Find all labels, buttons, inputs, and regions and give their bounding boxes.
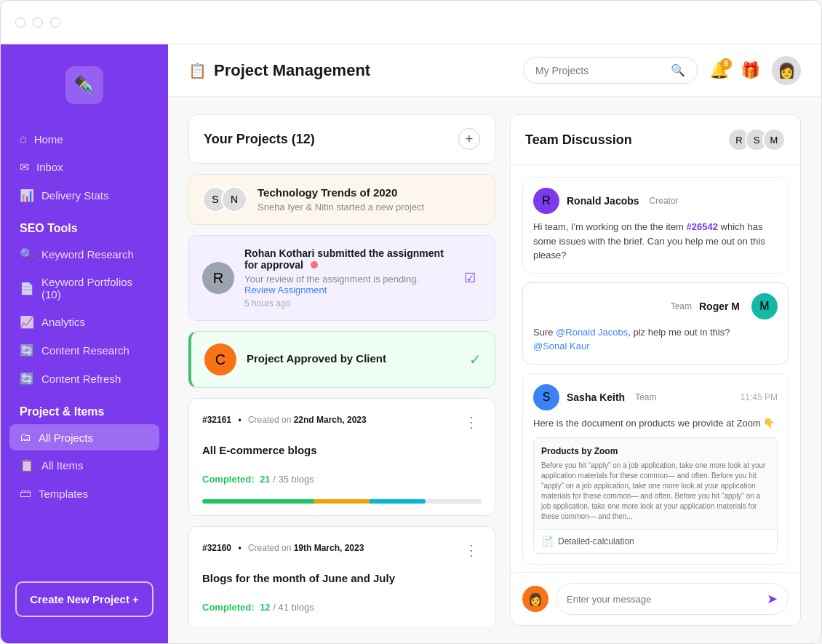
search-input[interactable] [535, 65, 665, 76]
sidebar-item-analytics[interactable]: 📈 Analytics [9, 309, 159, 335]
notification-badge: 8 [720, 58, 732, 70]
card-content: Technology Trends of 2020 Sneha Iyer & N… [258, 186, 482, 212]
templates-icon: 🗃 [20, 487, 31, 500]
sidebar: ✒️ ⌂ Home ✉ Inbox 📊 Delivery Stats SEO T… [1, 44, 168, 643]
msg-role-2: Team [671, 301, 692, 311]
card-title: All E-commerce blogs [202, 444, 317, 456]
portfolio-icon: 📄 [20, 282, 34, 295]
check-icon: ✓ [469, 351, 482, 368]
gift-icon[interactable]: 🎁 [741, 61, 760, 80]
mention-sonal: @Sonal Kaur [533, 341, 590, 351]
card-title: Blogs for the month of June and July [202, 572, 395, 584]
card-title: Project Approved by Client [247, 352, 459, 365]
projects-panel: Your Projects (12) + S N Technology Tren… [188, 114, 495, 626]
sidebar-item-delivery-stats[interactable]: 📊 Delivery Stats [9, 182, 159, 209]
completed-count: Completed: [202, 474, 255, 485]
send-button[interactable]: ➤ [767, 591, 778, 607]
traffic-light-maximize[interactable] [50, 17, 60, 28]
total-number: 35 [278, 474, 288, 485]
approve-action-button[interactable]: ☑ [458, 266, 482, 290]
msg-text-2: Sure @Ronald Jacobs, plz help me out in … [533, 325, 778, 354]
sidebar-item-content-refresh[interactable]: 🔄 Content Refresh [9, 365, 159, 392]
inbox-icon: ✉ [20, 160, 29, 174]
analytics-icon: 📈 [20, 315, 34, 329]
content-research-icon: 🔄 [20, 343, 34, 357]
project-card-approved: C Project Approved by Client ✓ [188, 331, 495, 388]
sidebar-item-label: All Projects [39, 432, 93, 444]
doc-attachment: Products by Zoom Before you hit "apply" … [533, 437, 778, 554]
sidebar-item-inbox[interactable]: ✉ Inbox [9, 154, 159, 180]
item-link[interactable]: #26542 [687, 221, 718, 232]
avatar-nitin: N [221, 186, 247, 212]
app-body: ✒️ ⌂ Home ✉ Inbox 📊 Delivery Stats SEO T… [1, 44, 821, 643]
card-content: Project Approved by Client [247, 352, 459, 367]
all-items-icon: 📋 [20, 458, 34, 472]
msg-time-3: 11:45 PM [741, 392, 778, 402]
msg-header-2: M Roger M Team [533, 293, 778, 319]
page-title-icon: 📋 [188, 62, 207, 79]
project-card-tech-trends: S N Technology Trends of 2020 Sneha Iyer… [188, 174, 495, 225]
project-card-rohan-approval: R Rohan Kothari submitted the assignment… [188, 235, 495, 321]
traffic-light-close[interactable] [15, 17, 25, 28]
notification-button[interactable]: 🔔 8 [709, 61, 729, 80]
sidebar-item-label: Content Refresh [41, 373, 121, 385]
input-avatar: 👩 [522, 586, 548, 612]
sidebar-seo-nav: 🔍 Keyword Research 📄 Keyword Portfolios … [1, 241, 168, 392]
user-avatar[interactable]: 👩 [772, 56, 801, 85]
sidebar-projects-nav: 🗂 All Projects 📋 All Items 🗃 Templates [1, 424, 168, 506]
sidebar-item-all-projects[interactable]: 🗂 All Projects [9, 424, 159, 450]
sidebar-item-keyword-research[interactable]: 🔍 Keyword Research [9, 241, 159, 268]
app-logo-icon: ✒️ [65, 66, 103, 104]
doc-footer: 📄 Detailed-calculation [534, 529, 777, 553]
sidebar-item-label: Keyword Portfolios (10) [41, 276, 149, 301]
keyword-icon: 🔍 [20, 247, 34, 261]
search-bar[interactable]: 🔍 [523, 57, 698, 84]
home-icon: ⌂ [20, 132, 27, 146]
review-assignment-link[interactable]: Review Assignment [244, 285, 327, 295]
card-id: #32161 • Created on 22nd March, 2023 [202, 415, 367, 425]
sidebar-item-templates[interactable]: 🗃 Templates [9, 480, 159, 506]
card-content: Rohan Kothari submitted the assignment f… [244, 247, 448, 309]
sidebar-item-content-research[interactable]: 🔄 Content Research [9, 337, 159, 364]
completed-number: 12 [260, 602, 270, 613]
card-subtitle: Sneha Iyer & Nitin started a new project [258, 202, 482, 212]
sidebar-item-label: Delivery Stats [41, 189, 109, 202]
sidebar-item-home[interactable]: ⌂ Home [9, 126, 159, 152]
sidebar-item-label: Templates [39, 488, 88, 500]
card-title: Technology Trends of 2020 [258, 186, 482, 199]
msg-name-2: Roger M [699, 301, 740, 312]
completed-number: 21 [260, 474, 270, 485]
content-refresh-icon: 🔄 [20, 372, 34, 386]
card-subtitle: Your review of the assignment is pending… [244, 274, 448, 295]
card-title: Rohan Kothari submitted the assignment f… [244, 247, 448, 271]
card-menu-button[interactable]: ⋮ [461, 538, 482, 562]
message-input[interactable] [567, 594, 767, 605]
traffic-light-minimize[interactable] [33, 17, 43, 28]
msg-name-3: Sasha Keith [567, 391, 625, 403]
seo-section-title: SEO Tools [1, 209, 168, 241]
doc-file-icon: 📄 [541, 536, 554, 547]
completed-label: Completed: [202, 602, 255, 613]
sidebar-item-all-items[interactable]: 📋 All Items [9, 452, 159, 479]
progress-green [202, 499, 314, 504]
project-card-ecommerce: #32161 • Created on 22nd March, 2023 ⋮ A… [188, 398, 495, 516]
create-new-project-button[interactable]: Create New Project + [15, 581, 153, 617]
card-time: 5 hours ago [244, 298, 448, 309]
add-project-button[interactable]: + [458, 128, 480, 150]
message-3: S Sasha Keith Team 11:45 PM Here is the … [522, 373, 789, 565]
sidebar-item-keyword-portfolios[interactable]: 📄 Keyword Portfolios (10) [9, 269, 159, 307]
card-avatar-stack: S N [202, 186, 247, 212]
msg-role-1: Creator [650, 196, 679, 206]
page-title: Project Management [214, 61, 370, 80]
projects-panel-header: Your Projects (12) + [188, 114, 495, 164]
msg-header-1: R Ronald Jacobs Creator [533, 188, 778, 214]
all-projects-icon: 🗂 [20, 431, 31, 444]
msg-text-3: Here is the document on products we prov… [533, 416, 778, 431]
avatar-rohan: R [202, 262, 234, 294]
msg-avatar-roger: M [751, 293, 778, 319]
card-menu-button[interactable]: ⋮ [461, 410, 482, 434]
card-id: #32160 • Created on 19th March, 2023 [202, 543, 364, 553]
sidebar-item-label: Keyword Research [41, 248, 134, 261]
project-card-june-july: #32160 • Created on 19th March, 2023 ⋮ B… [188, 526, 495, 626]
doc-preview-text: Before you hit "apply" on a job applicat… [541, 461, 770, 522]
